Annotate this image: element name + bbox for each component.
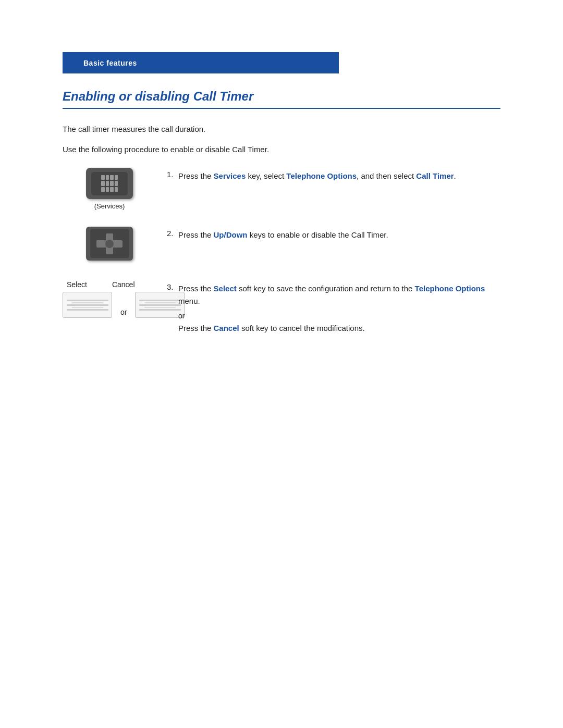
step-1-image-col: (Services) — [63, 168, 156, 210]
page-title: Enabling or disabling Call Timer — [63, 89, 500, 109]
step-3-text-col: 3. Press the Select soft key to save the… — [156, 280, 500, 335]
step-3-cancel-text: Press the Cancel soft key to cancel the … — [178, 324, 365, 332]
step-3-main-text: Press the Select soft key to save the co… — [178, 284, 485, 305]
step-2-number: 2. — [167, 229, 178, 238]
step-2-row: 2. Press the Up/Down keys to enable or d… — [63, 227, 500, 264]
grid-dot — [106, 187, 109, 192]
services-key-caption: (Services) — [94, 202, 125, 210]
step-2-text: Press the Up/Down keys to enable or disa… — [178, 229, 388, 241]
step-3-number-row: 3. Press the Select soft key to save the… — [167, 282, 500, 335]
grid-dot — [106, 175, 109, 180]
step-1-number-row: 1. Press the Services key, select Teleph… — [167, 170, 500, 182]
grid-dot — [101, 181, 105, 186]
step-2-number-row: 2. Press the Up/Down keys to enable or d… — [167, 229, 500, 241]
grid-dot — [106, 181, 109, 186]
grid-dot — [110, 187, 114, 192]
step-3-row: Select Cancel or — [63, 280, 500, 335]
grid-dot — [115, 175, 118, 180]
services-key-inner — [91, 172, 128, 195]
intro-line-2: Use the following procedure to enable or… — [63, 144, 500, 156]
call-timer-keyword: Call Timer — [416, 171, 454, 180]
select-label: Select — [67, 280, 87, 289]
softkey-line — [67, 300, 108, 301]
grid-dot — [101, 187, 105, 192]
services-keyword: Services — [214, 171, 246, 180]
telephone-options-keyword-2: Telephone Options — [415, 284, 485, 293]
telephone-options-keyword: Telephone Options — [286, 171, 357, 180]
step-3-number: 3. — [167, 282, 178, 291]
grid-dot — [110, 181, 114, 186]
grid-icon — [101, 175, 118, 192]
softkey-line-sm — [72, 302, 103, 303]
nav-key-inner — [90, 229, 129, 258]
step-2-image-col — [63, 227, 156, 264]
step-1-number: 1. — [167, 170, 178, 179]
step-1-text-col: 1. Press the Services key, select Teleph… — [156, 168, 500, 182]
softkey-line — [67, 309, 108, 311]
select-softkey-img — [63, 292, 112, 318]
nav-cross — [96, 233, 123, 254]
step-1-row: (Services) 1. Press the Services key, se… — [63, 168, 500, 210]
or-standalone-text: or — [178, 312, 500, 320]
select-keyword: Select — [214, 284, 237, 293]
services-key-icon — [86, 168, 133, 199]
content-area: Enabling or disabling Call Timer The cal… — [63, 73, 500, 335]
grid-dot — [115, 187, 118, 192]
intro-line-1: The call timer measures the call duratio… — [63, 124, 500, 135]
softkey-line — [67, 304, 108, 306]
or-between-softkeys: or — [120, 293, 127, 316]
grid-dot — [115, 181, 118, 186]
step-3-text-block: Press the Select soft key to save the co… — [178, 282, 500, 335]
page-wrapper: Basic features Enabling or disabling Cal… — [0, 52, 563, 728]
nav-center — [105, 240, 114, 248]
grid-dot — [101, 175, 105, 180]
header-banner-text: Basic features — [83, 59, 137, 67]
nav-key-icon — [86, 227, 133, 261]
softkey-line-sm — [72, 307, 103, 308]
step-1-text: Press the Services key, select Telephone… — [178, 170, 456, 182]
steps-container: (Services) 1. Press the Services key, se… — [63, 168, 500, 335]
updown-keyword: Up/Down — [214, 230, 248, 239]
step-3-image-col: Select Cancel or — [63, 280, 156, 318]
header-banner: Basic features — [63, 52, 339, 73]
cancel-label: Cancel — [112, 280, 135, 289]
grid-dot — [110, 175, 114, 180]
cancel-keyword: Cancel — [214, 324, 239, 332]
step-2-text-col: 2. Press the Up/Down keys to enable or d… — [156, 227, 500, 241]
